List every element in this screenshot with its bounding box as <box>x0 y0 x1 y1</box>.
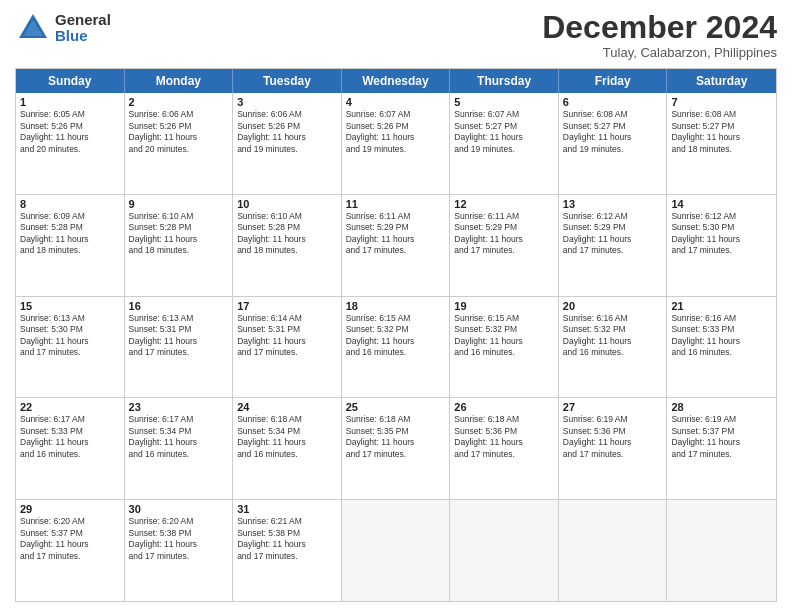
day-number: 19 <box>454 300 554 312</box>
day-number: 28 <box>671 401 772 413</box>
title-area: December 2024 Tulay, Calabarzon, Philipp… <box>542 10 777 60</box>
calendar-empty-cell <box>342 500 451 601</box>
calendar-day-1: 1Sunrise: 6:05 AM Sunset: 5:26 PM Daylig… <box>16 93 125 194</box>
day-number: 29 <box>20 503 120 515</box>
day-number: 11 <box>346 198 446 210</box>
calendar-day-30: 30Sunrise: 6:20 AM Sunset: 5:38 PM Dayli… <box>125 500 234 601</box>
day-info: Sunrise: 6:14 AM Sunset: 5:31 PM Dayligh… <box>237 313 337 359</box>
day-number: 5 <box>454 96 554 108</box>
calendar-day-24: 24Sunrise: 6:18 AM Sunset: 5:34 PM Dayli… <box>233 398 342 499</box>
day-info: Sunrise: 6:20 AM Sunset: 5:37 PM Dayligh… <box>20 516 120 562</box>
location: Tulay, Calabarzon, Philippines <box>542 45 777 60</box>
day-info: Sunrise: 6:08 AM Sunset: 5:27 PM Dayligh… <box>563 109 663 155</box>
day-info: Sunrise: 6:18 AM Sunset: 5:35 PM Dayligh… <box>346 414 446 460</box>
header-sunday: Sunday <box>16 69 125 93</box>
calendar-day-15: 15Sunrise: 6:13 AM Sunset: 5:30 PM Dayli… <box>16 297 125 398</box>
day-number: 21 <box>671 300 772 312</box>
calendar-day-13: 13Sunrise: 6:12 AM Sunset: 5:29 PM Dayli… <box>559 195 668 296</box>
logo-blue-label: Blue <box>55 28 111 45</box>
calendar-week-2: 8Sunrise: 6:09 AM Sunset: 5:28 PM Daylig… <box>16 194 776 296</box>
day-info: Sunrise: 6:11 AM Sunset: 5:29 PM Dayligh… <box>346 211 446 257</box>
calendar-day-9: 9Sunrise: 6:10 AM Sunset: 5:28 PM Daylig… <box>125 195 234 296</box>
logo: General Blue <box>15 10 111 46</box>
calendar-empty-cell <box>450 500 559 601</box>
calendar-day-23: 23Sunrise: 6:17 AM Sunset: 5:34 PM Dayli… <box>125 398 234 499</box>
month-title: December 2024 <box>542 10 777 45</box>
calendar-day-19: 19Sunrise: 6:15 AM Sunset: 5:32 PM Dayli… <box>450 297 559 398</box>
day-number: 7 <box>671 96 772 108</box>
calendar-day-5: 5Sunrise: 6:07 AM Sunset: 5:27 PM Daylig… <box>450 93 559 194</box>
header-wednesday: Wednesday <box>342 69 451 93</box>
day-number: 1 <box>20 96 120 108</box>
day-number: 14 <box>671 198 772 210</box>
day-info: Sunrise: 6:18 AM Sunset: 5:36 PM Dayligh… <box>454 414 554 460</box>
header-thursday: Thursday <box>450 69 559 93</box>
calendar-day-27: 27Sunrise: 6:19 AM Sunset: 5:36 PM Dayli… <box>559 398 668 499</box>
day-info: Sunrise: 6:17 AM Sunset: 5:33 PM Dayligh… <box>20 414 120 460</box>
day-number: 9 <box>129 198 229 210</box>
day-info: Sunrise: 6:18 AM Sunset: 5:34 PM Dayligh… <box>237 414 337 460</box>
day-info: Sunrise: 6:16 AM Sunset: 5:33 PM Dayligh… <box>671 313 772 359</box>
header-monday: Monday <box>125 69 234 93</box>
calendar-body: 1Sunrise: 6:05 AM Sunset: 5:26 PM Daylig… <box>16 93 776 601</box>
day-info: Sunrise: 6:05 AM Sunset: 5:26 PM Dayligh… <box>20 109 120 155</box>
day-number: 4 <box>346 96 446 108</box>
day-info: Sunrise: 6:08 AM Sunset: 5:27 PM Dayligh… <box>671 109 772 155</box>
day-info: Sunrise: 6:19 AM Sunset: 5:36 PM Dayligh… <box>563 414 663 460</box>
calendar-day-20: 20Sunrise: 6:16 AM Sunset: 5:32 PM Dayli… <box>559 297 668 398</box>
calendar-day-8: 8Sunrise: 6:09 AM Sunset: 5:28 PM Daylig… <box>16 195 125 296</box>
calendar-week-3: 15Sunrise: 6:13 AM Sunset: 5:30 PM Dayli… <box>16 296 776 398</box>
calendar-day-12: 12Sunrise: 6:11 AM Sunset: 5:29 PM Dayli… <box>450 195 559 296</box>
day-info: Sunrise: 6:10 AM Sunset: 5:28 PM Dayligh… <box>237 211 337 257</box>
day-info: Sunrise: 6:09 AM Sunset: 5:28 PM Dayligh… <box>20 211 120 257</box>
header-friday: Friday <box>559 69 668 93</box>
day-info: Sunrise: 6:20 AM Sunset: 5:38 PM Dayligh… <box>129 516 229 562</box>
header-tuesday: Tuesday <box>233 69 342 93</box>
calendar-empty-cell <box>559 500 668 601</box>
calendar-empty-cell <box>667 500 776 601</box>
day-number: 22 <box>20 401 120 413</box>
day-info: Sunrise: 6:21 AM Sunset: 5:38 PM Dayligh… <box>237 516 337 562</box>
calendar-week-5: 29Sunrise: 6:20 AM Sunset: 5:37 PM Dayli… <box>16 499 776 601</box>
calendar-day-11: 11Sunrise: 6:11 AM Sunset: 5:29 PM Dayli… <box>342 195 451 296</box>
calendar-day-16: 16Sunrise: 6:13 AM Sunset: 5:31 PM Dayli… <box>125 297 234 398</box>
day-info: Sunrise: 6:19 AM Sunset: 5:37 PM Dayligh… <box>671 414 772 460</box>
logo-icon <box>15 10 51 46</box>
day-info: Sunrise: 6:15 AM Sunset: 5:32 PM Dayligh… <box>454 313 554 359</box>
calendar-day-29: 29Sunrise: 6:20 AM Sunset: 5:37 PM Dayli… <box>16 500 125 601</box>
day-number: 8 <box>20 198 120 210</box>
calendar-day-4: 4Sunrise: 6:07 AM Sunset: 5:26 PM Daylig… <box>342 93 451 194</box>
day-number: 10 <box>237 198 337 210</box>
calendar-day-2: 2Sunrise: 6:06 AM Sunset: 5:26 PM Daylig… <box>125 93 234 194</box>
day-info: Sunrise: 6:13 AM Sunset: 5:30 PM Dayligh… <box>20 313 120 359</box>
header: General Blue December 2024 Tulay, Calaba… <box>15 10 777 60</box>
day-info: Sunrise: 6:12 AM Sunset: 5:30 PM Dayligh… <box>671 211 772 257</box>
day-number: 30 <box>129 503 229 515</box>
calendar-day-7: 7Sunrise: 6:08 AM Sunset: 5:27 PM Daylig… <box>667 93 776 194</box>
day-info: Sunrise: 6:10 AM Sunset: 5:28 PM Dayligh… <box>129 211 229 257</box>
day-number: 23 <box>129 401 229 413</box>
day-info: Sunrise: 6:16 AM Sunset: 5:32 PM Dayligh… <box>563 313 663 359</box>
day-number: 15 <box>20 300 120 312</box>
calendar-day-14: 14Sunrise: 6:12 AM Sunset: 5:30 PM Dayli… <box>667 195 776 296</box>
day-number: 26 <box>454 401 554 413</box>
day-number: 24 <box>237 401 337 413</box>
day-number: 27 <box>563 401 663 413</box>
day-number: 6 <box>563 96 663 108</box>
day-info: Sunrise: 6:17 AM Sunset: 5:34 PM Dayligh… <box>129 414 229 460</box>
day-number: 20 <box>563 300 663 312</box>
header-saturday: Saturday <box>667 69 776 93</box>
calendar-day-18: 18Sunrise: 6:15 AM Sunset: 5:32 PM Dayli… <box>342 297 451 398</box>
day-info: Sunrise: 6:07 AM Sunset: 5:27 PM Dayligh… <box>454 109 554 155</box>
day-number: 31 <box>237 503 337 515</box>
day-number: 12 <box>454 198 554 210</box>
day-number: 18 <box>346 300 446 312</box>
day-number: 16 <box>129 300 229 312</box>
day-info: Sunrise: 6:06 AM Sunset: 5:26 PM Dayligh… <box>237 109 337 155</box>
day-number: 2 <box>129 96 229 108</box>
calendar: Sunday Monday Tuesday Wednesday Thursday… <box>15 68 777 602</box>
day-info: Sunrise: 6:15 AM Sunset: 5:32 PM Dayligh… <box>346 313 446 359</box>
calendar-day-17: 17Sunrise: 6:14 AM Sunset: 5:31 PM Dayli… <box>233 297 342 398</box>
calendar-day-3: 3Sunrise: 6:06 AM Sunset: 5:26 PM Daylig… <box>233 93 342 194</box>
calendar-day-25: 25Sunrise: 6:18 AM Sunset: 5:35 PM Dayli… <box>342 398 451 499</box>
